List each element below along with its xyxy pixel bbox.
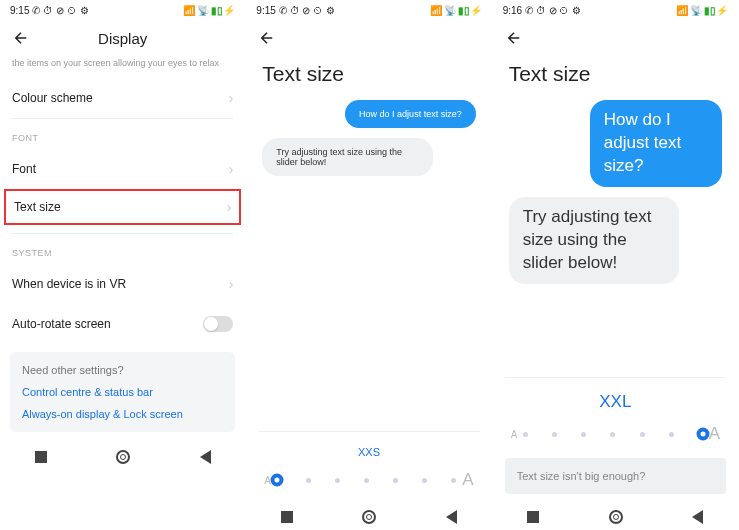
nav-back-icon[interactable] bbox=[446, 510, 457, 524]
nav-home-icon[interactable] bbox=[116, 450, 130, 464]
status-time: 9:16 bbox=[503, 5, 522, 16]
row-label: Text size bbox=[14, 200, 61, 214]
status-wifi-icon: 📡 bbox=[197, 5, 209, 16]
size-label: XXL bbox=[505, 392, 726, 412]
preview-chat: How do I adjust text size? Try adjusting… bbox=[246, 100, 491, 421]
divider bbox=[505, 377, 726, 378]
back-arrow-icon[interactable] bbox=[505, 29, 523, 47]
slider-max-icon: A bbox=[462, 470, 473, 490]
row-vr[interactable]: When device is in VR › bbox=[0, 264, 245, 304]
nav-back-icon[interactable] bbox=[692, 510, 703, 524]
status-signal-icon: 📶 bbox=[430, 5, 442, 16]
status-battery-icon: ▮▯⚡ bbox=[458, 5, 482, 16]
section-system: SYSTEM bbox=[0, 234, 245, 264]
row-autorotate[interactable]: Auto-rotate screen bbox=[0, 304, 245, 344]
nav-recents-icon[interactable] bbox=[527, 511, 539, 523]
other-title: Need other settings? bbox=[22, 364, 223, 376]
divider bbox=[258, 431, 479, 432]
status-signal-icon: 📶 bbox=[183, 5, 195, 16]
chevron-right-icon: › bbox=[227, 199, 232, 215]
status-wifi-icon: 📡 bbox=[444, 5, 456, 16]
header: Display bbox=[0, 20, 245, 56]
status-time: 9:15 bbox=[256, 5, 275, 16]
bubble-answer: Try adjusting text size using the slider… bbox=[262, 138, 433, 176]
slider-track[interactable] bbox=[523, 432, 702, 437]
slider-thumb[interactable] bbox=[271, 474, 284, 487]
status-wifi-icon: 📡 bbox=[690, 5, 702, 16]
status-bar: 9:16 ✆ ⏱ ⊘ ⏲ ⚙ 📶 📡 ▮▯⚡ bbox=[493, 0, 738, 20]
back-arrow-icon[interactable] bbox=[12, 29, 30, 47]
chevron-right-icon: › bbox=[229, 161, 234, 177]
link-aod-lock[interactable]: Always-on display & Lock screen bbox=[22, 408, 223, 420]
page-title: Text size bbox=[246, 56, 491, 100]
row-label: Font bbox=[12, 162, 36, 176]
status-icons-left: ✆ ⏱ ⊘ ⏲ ⚙ bbox=[279, 5, 335, 16]
page-title: Text size bbox=[493, 56, 738, 100]
nav-back-icon[interactable] bbox=[200, 450, 211, 464]
header bbox=[246, 20, 491, 56]
android-navbar bbox=[246, 500, 491, 530]
page-title: Display bbox=[30, 30, 215, 47]
slider-thumb[interactable] bbox=[696, 428, 709, 441]
link-control-centre[interactable]: Control centre & status bar bbox=[22, 386, 223, 398]
section-font: FONT bbox=[0, 119, 245, 149]
header bbox=[493, 20, 738, 56]
slider-section: XXL A A bbox=[493, 367, 738, 454]
row-colour-scheme[interactable]: Colour scheme › bbox=[0, 78, 245, 118]
bubble-question: How do I adjust text size? bbox=[345, 100, 476, 128]
row-label: When device is in VR bbox=[12, 277, 126, 291]
other-settings-card: Need other settings? Control centre & st… bbox=[10, 352, 235, 432]
text-size-slider[interactable]: A A bbox=[505, 420, 726, 448]
row-label: Colour scheme bbox=[12, 91, 93, 105]
chevron-right-icon: › bbox=[229, 276, 234, 292]
status-icons-left: ✆ ⏱ ⊘ ⏲ ⚙ bbox=[32, 5, 88, 16]
bubble-question: How do I adjust text size? bbox=[590, 100, 722, 187]
preview-chat: How do I adjust text size? Try adjusting… bbox=[493, 100, 738, 367]
slider-section: XXS A A bbox=[246, 421, 491, 500]
top-description: the items on your screen allowing your e… bbox=[0, 56, 245, 78]
row-label: Auto-rotate screen bbox=[12, 317, 111, 331]
nav-home-icon[interactable] bbox=[609, 510, 623, 524]
chevron-right-icon: › bbox=[229, 90, 234, 106]
status-bar: 9:15 ✆ ⏱ ⊘ ⏲ ⚙ 📶 📡 ▮▯⚡ bbox=[246, 0, 491, 20]
slider-min-icon: A bbox=[511, 429, 518, 440]
nav-home-icon[interactable] bbox=[362, 510, 376, 524]
nav-recents-icon[interactable] bbox=[281, 511, 293, 523]
size-label: XXS bbox=[258, 446, 479, 458]
bubble-answer: Try adjusting text size using the slider… bbox=[509, 197, 680, 284]
slider-track[interactable] bbox=[277, 478, 456, 483]
phone-screen-2: 9:15 ✆ ⏱ ⊘ ⏲ ⚙ 📶 📡 ▮▯⚡ Text size How do … bbox=[246, 0, 492, 530]
back-arrow-icon[interactable] bbox=[258, 29, 276, 47]
status-time: 9:15 bbox=[10, 5, 29, 16]
toggle-autorotate[interactable] bbox=[203, 316, 233, 332]
highlight-text-size: Text size › bbox=[4, 189, 241, 225]
slider-max-icon: A bbox=[709, 424, 720, 444]
phone-screen-3: 9:16 ✆ ⏱ ⊘ ⏲ ⚙ 📶 📡 ▮▯⚡ Text size How do … bbox=[493, 0, 739, 530]
row-font[interactable]: Font › bbox=[0, 149, 245, 189]
text-size-slider[interactable]: A A bbox=[258, 466, 479, 494]
row-text-size[interactable]: Text size › bbox=[6, 191, 239, 223]
status-battery-icon: ▮▯⚡ bbox=[704, 5, 728, 16]
android-navbar bbox=[493, 500, 738, 530]
status-bar: 9:15 ✆ ⏱ ⊘ ⏲ ⚙ 📶 📡 ▮▯⚡ bbox=[0, 0, 245, 20]
phone-screen-1: 9:15 ✆ ⏱ ⊘ ⏲ ⚙ 📶 📡 ▮▯⚡ Display the items… bbox=[0, 0, 246, 530]
status-battery-icon: ▮▯⚡ bbox=[211, 5, 235, 16]
tip-not-big-enough[interactable]: Text size isn't big enough? bbox=[505, 458, 726, 494]
status-signal-icon: 📶 bbox=[676, 5, 688, 16]
android-navbar bbox=[0, 440, 245, 470]
status-icons-left: ✆ ⏱ ⊘ ⏲ ⚙ bbox=[525, 5, 581, 16]
nav-recents-icon[interactable] bbox=[35, 451, 47, 463]
